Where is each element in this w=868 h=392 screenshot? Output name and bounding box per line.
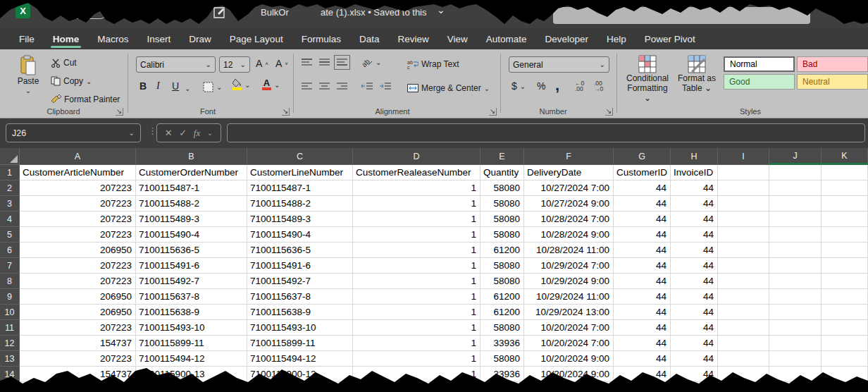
insert-function-icon[interactable]: fx: [194, 128, 200, 139]
font-name-select[interactable]: Calibri ⌄: [136, 56, 216, 73]
cell-k14[interactable]: [822, 367, 868, 382]
cell-i4[interactable]: [718, 212, 769, 227]
column-header-b[interactable]: B: [136, 148, 247, 165]
cell-a12[interactable]: 154737: [20, 336, 136, 351]
cell-d12[interactable]: 1: [353, 336, 480, 351]
cell-j9[interactable]: [769, 289, 822, 305]
cell-c10[interactable]: 7100115638-9: [247, 305, 353, 320]
cell-e1[interactable]: Quantity: [480, 165, 524, 180]
cell-b12[interactable]: 7100115899-11: [136, 336, 247, 351]
cell-d13[interactable]: 1: [353, 351, 480, 367]
column-header-d[interactable]: D: [353, 148, 480, 165]
cell-c2[interactable]: 7100115487-1: [247, 180, 353, 196]
cell-style-normal[interactable]: Normal: [724, 56, 795, 72]
cell-k10[interactable]: [822, 305, 868, 320]
cell-e14[interactable]: 33936: [480, 367, 524, 382]
cell-g12[interactable]: 44: [614, 336, 671, 351]
cell-g8[interactable]: 44: [614, 274, 671, 289]
row-header-4[interactable]: 4: [0, 212, 20, 227]
cell-j12[interactable]: [769, 336, 822, 351]
cell-k2[interactable]: [822, 180, 868, 196]
row-header-10[interactable]: 10: [0, 305, 20, 320]
cell-b11[interactable]: 7100115493-10: [136, 320, 247, 336]
cell-f4[interactable]: 10/28/2024 7:00: [524, 212, 614, 227]
cut-button[interactable]: Cut: [51, 58, 77, 68]
select-all-corner[interactable]: [0, 148, 20, 165]
cell-style-neutral[interactable]: Neutral: [797, 74, 868, 90]
cell-c7[interactable]: 7100115491-6: [247, 258, 353, 274]
borders-button[interactable]: ⌄: [203, 82, 222, 92]
align-middle-icon[interactable]: [319, 58, 330, 67]
cell-i8[interactable]: [718, 274, 769, 289]
cell-a1[interactable]: CustomerArticleNumber: [20, 165, 136, 180]
cell-g7[interactable]: 44: [614, 258, 671, 274]
row-header-3[interactable]: 3: [0, 196, 20, 212]
cell-j14[interactable]: [769, 367, 822, 382]
cell-f6[interactable]: 10/28/2024 11:00: [524, 243, 614, 258]
cell-k12[interactable]: [822, 336, 868, 351]
underline-chevron-icon[interactable]: ⌄: [185, 85, 190, 92]
cell-h11[interactable]: 44: [671, 320, 718, 336]
italic-button[interactable]: I: [156, 80, 160, 92]
cell-style-bad[interactable]: Bad: [797, 56, 868, 72]
cell-f1[interactable]: DeliveryDate: [524, 165, 614, 180]
fill-color-button[interactable]: ⌄: [232, 79, 250, 90]
cell-c14[interactable]: 7100115900-13: [247, 367, 353, 382]
cell-f8[interactable]: 10/29/2024 9:00: [524, 274, 614, 289]
cell-g1[interactable]: CustomerID: [614, 165, 671, 180]
decrease-font-size-button[interactable]: A˅: [275, 58, 288, 69]
cell-e3[interactable]: 58080: [480, 196, 524, 212]
menu-tab-home[interactable]: Home: [44, 28, 89, 49]
menu-tab-power-pivot[interactable]: Power Pivot: [636, 28, 705, 49]
decrease-indent-icon[interactable]: [361, 82, 373, 91]
cell-b14[interactable]: 7100115900-13: [136, 367, 247, 382]
cell-b10[interactable]: 7100115638-9: [136, 305, 247, 320]
cell-e6[interactable]: 61200: [480, 243, 524, 258]
menu-tab-review[interactable]: Review: [388, 28, 438, 49]
font-color-button[interactable]: A ⌄: [262, 79, 280, 90]
cell-b8[interactable]: 7100115492-7: [136, 274, 247, 289]
clipboard-dialog-launcher[interactable]: ↘: [116, 108, 123, 116]
menu-tab-data[interactable]: Data: [350, 28, 389, 49]
cell-e9[interactable]: 61200: [480, 289, 524, 305]
cell-i12[interactable]: [718, 336, 769, 351]
menu-tab-file[interactable]: File: [10, 28, 44, 49]
row-header-12[interactable]: 12: [0, 336, 20, 351]
name-box[interactable]: J26 ⌄: [6, 123, 141, 142]
row-header-8[interactable]: 8: [0, 274, 20, 289]
cell-a8[interactable]: 207223: [20, 274, 136, 289]
cell-d5[interactable]: 1: [353, 227, 480, 243]
cell-k5[interactable]: [822, 227, 868, 243]
column-header-f[interactable]: F: [524, 148, 614, 165]
cell-b6[interactable]: 7100115636-5: [136, 243, 247, 258]
align-bottom-icon[interactable]: [337, 58, 347, 67]
cell-k4[interactable]: [822, 212, 868, 227]
cell-f2[interactable]: 10/27/2024 7:00: [524, 180, 614, 196]
menu-tab-developer[interactable]: Developer: [536, 28, 598, 49]
cell-d4[interactable]: 1: [353, 212, 480, 227]
cell-i1[interactable]: [718, 165, 769, 180]
cell-h9[interactable]: 44: [671, 289, 718, 305]
cell-k6[interactable]: [822, 243, 868, 258]
cell-j7[interactable]: [769, 258, 822, 274]
cell-j8[interactable]: [769, 274, 822, 289]
cancel-icon[interactable]: ✕: [165, 128, 173, 138]
accounting-format-button[interactable]: $ ⌄: [512, 80, 526, 92]
enter-check-icon[interactable]: ✓: [179, 128, 187, 138]
cell-d2[interactable]: 1: [353, 180, 480, 196]
cell-c5[interactable]: 7100115490-4: [247, 227, 353, 243]
formula-input[interactable]: [227, 123, 865, 142]
decrease-decimal-button[interactable]: .00→0: [594, 80, 603, 92]
column-header-h[interactable]: H: [671, 148, 718, 165]
cell-g5[interactable]: 44: [614, 227, 671, 243]
cell-g14[interactable]: 44: [614, 367, 671, 382]
cell-e8[interactable]: 58080: [480, 274, 524, 289]
cell-j13[interactable]: [769, 351, 822, 367]
cell-i11[interactable]: [718, 320, 769, 336]
align-center-icon[interactable]: [319, 82, 330, 91]
number-format-select[interactable]: General ⌄: [509, 56, 609, 73]
font-size-select[interactable]: 12 ⌄: [219, 56, 250, 73]
menu-tab-draw[interactable]: Draw: [180, 28, 221, 49]
cell-g3[interactable]: 44: [614, 196, 671, 212]
cell-b4[interactable]: 7100115489-3: [136, 212, 247, 227]
